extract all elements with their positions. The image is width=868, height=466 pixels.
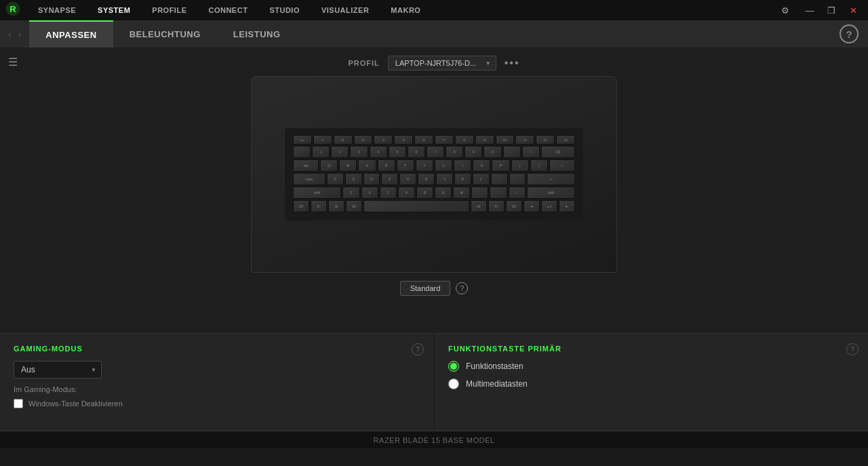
key-l[interactable]: L bbox=[473, 173, 490, 185]
key-f8[interactable]: f8 bbox=[455, 135, 474, 144]
key-e[interactable]: E bbox=[358, 159, 376, 172]
key-w[interactable]: W bbox=[339, 159, 357, 172]
key-o[interactable]: O bbox=[473, 159, 490, 172]
maximize-button[interactable]: ❐ bbox=[822, 1, 841, 20]
key-f10[interactable]: f10 bbox=[496, 135, 515, 144]
key-arrow-left[interactable]: ◄ bbox=[524, 200, 540, 212]
key-n[interactable]: N bbox=[435, 187, 452, 199]
nav-makro[interactable]: MAKRO bbox=[380, 0, 431, 20]
key-5[interactable]: 5 bbox=[389, 146, 406, 158]
key-shift-left[interactable]: shift bbox=[293, 187, 341, 199]
key-f11[interactable]: f11 bbox=[515, 135, 534, 144]
key-minus[interactable]: - bbox=[503, 146, 521, 158]
key-alt-left[interactable]: alt bbox=[346, 200, 362, 212]
key-bracket-open[interactable]: [ bbox=[511, 159, 529, 172]
key-t[interactable]: T bbox=[397, 159, 414, 172]
tab-beleuchtung[interactable]: BELEUCHTUNG bbox=[113, 20, 217, 47]
key-f5[interactable]: f5 bbox=[394, 135, 413, 144]
key-f6[interactable]: f6 bbox=[414, 135, 433, 144]
funktionstaste-help[interactable]: ? bbox=[846, 343, 859, 355]
nav-synapse[interactable]: SYNAPSE bbox=[27, 0, 87, 20]
key-f9[interactable]: f9 bbox=[475, 135, 494, 144]
key-win[interactable]: ⊞ bbox=[328, 200, 344, 212]
key-f4[interactable]: f4 bbox=[374, 135, 393, 144]
key-enter[interactable]: ↵ bbox=[527, 173, 575, 185]
minimize-button[interactable]: — bbox=[800, 1, 819, 20]
key-fn-right[interactable]: fn bbox=[488, 200, 505, 212]
key-backspace[interactable]: ⌫ bbox=[541, 146, 575, 158]
nav-studio[interactable]: STUDIO bbox=[258, 0, 311, 20]
key-f2[interactable]: f2 bbox=[334, 135, 353, 144]
key-m[interactable]: M bbox=[453, 187, 470, 199]
key-shift-right[interactable]: shift bbox=[527, 187, 575, 199]
nav-visualizer[interactable]: VISUALIZER bbox=[311, 0, 380, 20]
key-period[interactable]: . bbox=[490, 187, 507, 199]
multimediatasten-radio[interactable] bbox=[448, 378, 459, 389]
profile-dropdown[interactable]: LAPTOP-NJRT5J76-D... bbox=[388, 56, 496, 71]
windows-taste-checkbox[interactable] bbox=[14, 399, 23, 408]
key-3[interactable]: 3 bbox=[350, 146, 368, 158]
key-k[interactable]: K bbox=[454, 173, 471, 185]
key-g[interactable]: G bbox=[399, 173, 416, 185]
key-comma[interactable]: , bbox=[471, 187, 488, 199]
key-j[interactable]: J bbox=[436, 173, 453, 185]
standard-badge[interactable]: Standard bbox=[400, 281, 451, 296]
key-space[interactable] bbox=[363, 200, 469, 212]
key-u[interactable]: U bbox=[435, 159, 452, 172]
back-arrow[interactable]: ‹ bbox=[5, 26, 14, 42]
key-esc[interactable]: esc bbox=[293, 135, 312, 144]
key-h[interactable]: H bbox=[418, 173, 435, 185]
key-backslash[interactable]: \ bbox=[549, 159, 575, 172]
nav-profile[interactable]: PROFILE bbox=[141, 0, 197, 20]
tab-anpassen[interactable]: ANPASSEN bbox=[29, 20, 113, 47]
key-q[interactable]: Q bbox=[320, 159, 338, 172]
key-f1[interactable]: f1 bbox=[313, 135, 332, 144]
tab-leistung[interactable]: LEISTUNG bbox=[217, 20, 297, 47]
key-2[interactable]: 2 bbox=[331, 146, 349, 158]
key-z[interactable]: Z bbox=[342, 187, 359, 199]
key-caps[interactable]: caps bbox=[293, 173, 326, 185]
nav-system[interactable]: SYSTEM bbox=[87, 0, 141, 20]
key-tab[interactable]: tab bbox=[293, 159, 319, 172]
help-button[interactable]: ? bbox=[840, 24, 859, 43]
settings-icon[interactable]: ⚙ bbox=[776, 1, 795, 20]
key-f7[interactable]: f7 bbox=[435, 135, 454, 144]
standard-help-icon[interactable]: ? bbox=[456, 282, 468, 294]
key-c[interactable]: C bbox=[380, 187, 397, 199]
key-4[interactable]: 4 bbox=[370, 146, 387, 158]
gaming-modus-dropdown[interactable]: Aus Ein bbox=[14, 361, 102, 378]
key-1[interactable]: 1 bbox=[312, 146, 330, 158]
more-options-button[interactable]: ••• bbox=[505, 57, 520, 69]
key-v[interactable]: V bbox=[398, 187, 415, 199]
key-f12[interactable]: f12 bbox=[536, 135, 555, 144]
key-s[interactable]: S bbox=[345, 173, 362, 185]
key-equals[interactable]: = bbox=[522, 146, 540, 158]
funktionstasten-radio[interactable] bbox=[448, 361, 459, 372]
key-arrow-up-down[interactable]: ▲▼ bbox=[541, 200, 557, 212]
forward-arrow[interactable]: › bbox=[16, 26, 24, 42]
key-p[interactable]: P bbox=[492, 159, 509, 172]
key-semicolon[interactable]: ; bbox=[491, 173, 508, 185]
key-6[interactable]: 6 bbox=[408, 146, 425, 158]
key-arrow-right[interactable]: ► bbox=[559, 200, 575, 212]
key-i[interactable]: I bbox=[454, 159, 471, 172]
key-slash[interactable]: / bbox=[509, 187, 526, 199]
key-9[interactable]: 9 bbox=[465, 146, 482, 158]
key-b[interactable]: B bbox=[416, 187, 433, 199]
key-7[interactable]: 7 bbox=[427, 146, 444, 158]
nav-connect[interactable]: CONNECT bbox=[197, 0, 258, 20]
key-alt-right[interactable]: alt bbox=[471, 200, 487, 212]
key-y[interactable]: Y bbox=[416, 159, 433, 172]
gaming-modus-help[interactable]: ? bbox=[412, 343, 424, 355]
key-del[interactable]: del bbox=[556, 135, 575, 144]
key-r[interactable]: R bbox=[378, 159, 395, 172]
key-fn[interactable]: fn bbox=[311, 200, 327, 212]
hamburger-menu[interactable]: ☰ bbox=[8, 56, 18, 69]
key-x[interactable]: X bbox=[361, 187, 378, 199]
key-f3[interactable]: f3 bbox=[354, 135, 373, 144]
key-f[interactable]: F bbox=[381, 173, 398, 185]
close-button[interactable]: ✕ bbox=[844, 1, 863, 20]
key-a[interactable]: A bbox=[327, 173, 344, 185]
key-d[interactable]: D bbox=[363, 173, 380, 185]
key-backtick[interactable]: ` bbox=[293, 146, 311, 158]
